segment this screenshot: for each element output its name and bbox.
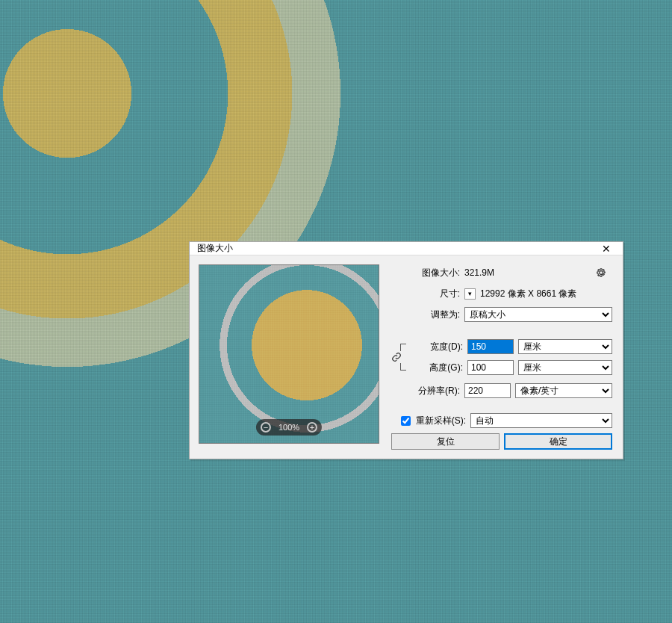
image-size-label: 图像大小: — [391, 267, 460, 279]
resample-label[interactable]: 重新采样(S): — [416, 415, 466, 427]
image-size-form: 图像大小: 321.9M 尺寸: ▾ 12992 像素 X 8661 像素 调整… — [391, 264, 612, 451]
image-size-dialog: 图像大小 ✕ − 100% + 图像大小: 321.9M — [189, 241, 623, 459]
zoom-level: 100% — [279, 423, 299, 432]
image-size-value: 321.9M — [464, 267, 494, 278]
ok-button[interactable]: 确定 — [504, 433, 612, 450]
link-icon — [390, 350, 403, 364]
close-icon: ✕ — [602, 243, 611, 255]
zoom-control: − 100% + — [256, 419, 322, 436]
height-label: 高度(G): — [409, 362, 463, 374]
preview-thumbnail[interactable]: − 100% + — [199, 264, 379, 444]
resolution-unit-select[interactable]: 像素/英寸 — [515, 383, 612, 398]
fit-to-label: 调整为: — [391, 309, 460, 321]
gear-button[interactable] — [594, 266, 608, 279]
dialog-title: 图像大小 — [197, 242, 589, 255]
resample-method-select[interactable]: 自动 — [470, 413, 612, 428]
dialog-titlebar[interactable]: 图像大小 ✕ — [190, 242, 623, 255]
zoom-in-button[interactable]: + — [307, 422, 317, 433]
width-input[interactable] — [467, 339, 514, 354]
dimensions-label: 尺寸: — [391, 288, 460, 300]
reset-button[interactable]: 复位 — [391, 433, 500, 450]
gear-icon — [596, 267, 606, 278]
width-unit-select[interactable]: 厘米 — [518, 339, 612, 354]
height-unit-select[interactable]: 厘米 — [518, 360, 612, 375]
width-label: 宽度(D): — [409, 341, 463, 353]
dimensions-unit-flyout[interactable]: ▾ — [464, 288, 476, 300]
height-input[interactable] — [467, 360, 514, 375]
zoom-out-button[interactable]: − — [261, 422, 271, 433]
resolution-input[interactable] — [464, 383, 511, 398]
resample-checkbox[interactable] — [401, 416, 411, 426]
resolution-label: 分辨率(R): — [391, 385, 460, 397]
fit-to-select[interactable]: 原稿大小 — [464, 307, 612, 322]
constrain-proportions[interactable] — [391, 336, 405, 378]
dimensions-value: 12992 像素 X 8661 像素 — [480, 288, 576, 300]
close-button[interactable]: ✕ — [589, 242, 623, 255]
